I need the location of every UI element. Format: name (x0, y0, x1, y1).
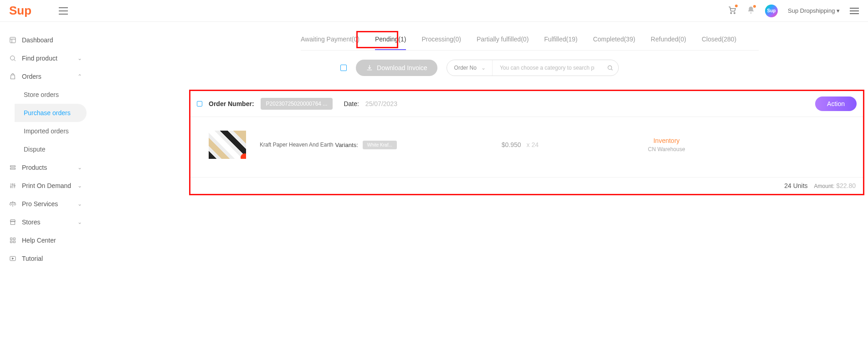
chevron-up-icon: ⌃ (77, 73, 82, 80)
chevron-down-icon: ⌄ (77, 164, 82, 171)
search-button[interactable] (602, 60, 618, 76)
svg-point-6 (10, 186, 12, 188)
username-dropdown[interactable]: Sup Dropshipping ▾ (788, 7, 840, 14)
unit-price: $0.950 (502, 141, 521, 148)
sidebar-item-pro-services[interactable]: Pro Services ⌄ (0, 195, 91, 213)
svg-rect-11 (10, 241, 12, 243)
svg-point-1 (734, 12, 735, 13)
download-label: Download Invoice (377, 64, 427, 71)
sidebar-label: Dashboard (22, 36, 53, 44)
tab-processing[interactable]: Processing(0) (421, 36, 461, 50)
store-icon (9, 218, 16, 226)
inventory-block: Inventory CN Warehouse (648, 137, 685, 152)
svg-rect-12 (13, 241, 15, 243)
download-icon (366, 64, 373, 71)
chevron-down-icon: ⌄ (77, 183, 82, 189)
svg-rect-5 (10, 168, 15, 169)
main-menu-icon[interactable] (850, 8, 859, 14)
sidebar-label: Tutorial (22, 255, 43, 262)
svg-point-0 (730, 12, 732, 13)
svg-rect-2 (10, 37, 15, 43)
bag-icon (9, 73, 16, 80)
search-category-select[interactable]: Order No (447, 60, 493, 76)
sidebar-item-products[interactable]: Products ⌄ (0, 158, 91, 177)
scales-icon (9, 200, 16, 208)
search-input[interactable] (493, 60, 602, 76)
play-icon (9, 255, 16, 262)
top-header: Sup Sup Sup Dropshipping ▾ (0, 0, 868, 22)
order-footer: 24 Units Amount: $22.80 (190, 178, 863, 194)
sidebar-sub-purchase-orders[interactable]: Purchase orders (15, 104, 87, 122)
highlight-box (356, 31, 398, 48)
sidebar-label: Pro Services (22, 200, 58, 208)
order-body: Kraft Paper Heaven And Earth Variants: W… (190, 117, 863, 178)
download-invoice-button[interactable]: Download Invoice (356, 60, 437, 76)
variants-label: Variants: (335, 142, 358, 148)
svg-rect-4 (10, 166, 15, 167)
main-content: Awaiting Payment(0) Pending(1) Processin… (91, 22, 868, 268)
products-icon (9, 164, 16, 171)
search-icon (607, 65, 613, 71)
sidebar-item-dashboard[interactable]: Dashboard (0, 31, 91, 49)
search-icon (9, 55, 16, 62)
tab-refunded[interactable]: Refunded(0) (651, 36, 686, 50)
svg-rect-9 (10, 238, 12, 240)
header-right: Sup Sup Dropshipping ▾ (728, 5, 859, 17)
sidebar-toggle-icon[interactable] (59, 7, 68, 15)
order-number-chip[interactable]: P20230725020000764 ... (261, 98, 333, 110)
amount-value: $22.80 (836, 182, 856, 189)
order-checkbox[interactable] (197, 101, 202, 107)
chevron-down-icon: ⌄ (77, 55, 82, 61)
svg-rect-10 (13, 238, 15, 240)
cart-icon[interactable] (728, 5, 737, 16)
search-group: Order No (447, 60, 619, 76)
sidebar-item-pod[interactable]: Print On Demand ⌄ (0, 177, 91, 195)
tab-awaiting-payment[interactable]: Awaiting Payment(0) (301, 36, 360, 50)
sidebar-sub-dispute[interactable]: Dispute (15, 140, 91, 158)
variant-chip[interactable]: White Kraf... (363, 141, 397, 149)
status-tabs: Awaiting Payment(0) Pending(1) Processin… (301, 36, 759, 51)
order-number-label: Order Number: (209, 100, 254, 107)
product-name: Kraft Paper Heaven And Earth (260, 142, 333, 148)
select-all-checkbox[interactable] (340, 65, 347, 71)
svg-point-7 (12, 184, 14, 185)
sidebar: Dashboard Find product ⌄ Orders ⌃ Store … (0, 22, 91, 268)
svg-point-14 (608, 66, 611, 69)
date-value: 25/07/2023 (365, 100, 397, 107)
sidebar-item-stores[interactable]: Stores ⌄ (0, 213, 91, 231)
inventory-link[interactable]: Inventory (648, 137, 685, 144)
order-card: Order Number: P20230725020000764 ... Dat… (189, 90, 864, 195)
order-header: Order Number: P20230725020000764 ... Dat… (190, 91, 863, 117)
units-total: 24 Units (784, 182, 807, 189)
product-thumbnail[interactable] (209, 131, 246, 159)
sidebar-item-orders[interactable]: Orders ⌃ (0, 67, 91, 86)
header-left: Sup (9, 4, 68, 18)
date-label: Date: (344, 100, 359, 107)
sidebar-label: Stores (22, 218, 40, 226)
sidebar-label: Orders (22, 73, 41, 80)
sidebar-sub-store-orders[interactable]: Store orders (15, 86, 91, 104)
sliders-icon (9, 182, 16, 189)
tab-partially-fulfilled[interactable]: Partially fulfilled(0) (477, 36, 529, 50)
sidebar-sub-imported-orders[interactable]: Imported orders (15, 122, 91, 140)
controls-row: Download Invoice Order No (91, 60, 868, 76)
sidebar-item-tutorial[interactable]: Tutorial (0, 249, 91, 268)
svg-point-3 (10, 56, 15, 60)
chevron-down-icon: ⌄ (77, 219, 82, 225)
svg-point-8 (14, 185, 15, 187)
avatar[interactable]: Sup (765, 5, 778, 17)
tab-completed[interactable]: Completed(39) (593, 36, 635, 50)
tab-closed[interactable]: Closed(280) (702, 36, 736, 50)
orders-submenu: Store orders Purchase orders Imported or… (0, 86, 91, 158)
chevron-down-icon: ⌄ (77, 201, 82, 207)
bell-icon[interactable] (747, 6, 755, 16)
sidebar-item-find-product[interactable]: Find product ⌄ (0, 49, 91, 67)
action-button[interactable]: Action (815, 96, 857, 111)
qty: x 24 (527, 141, 539, 148)
sidebar-item-help[interactable]: Help Center (0, 231, 91, 249)
sidebar-label: Find product (22, 55, 57, 62)
grid-icon (9, 237, 16, 244)
tab-fulfilled[interactable]: Fulfilled(19) (544, 36, 577, 50)
brand-logo[interactable]: Sup (9, 4, 31, 18)
price-block: $0.950 x 24 (502, 141, 539, 148)
